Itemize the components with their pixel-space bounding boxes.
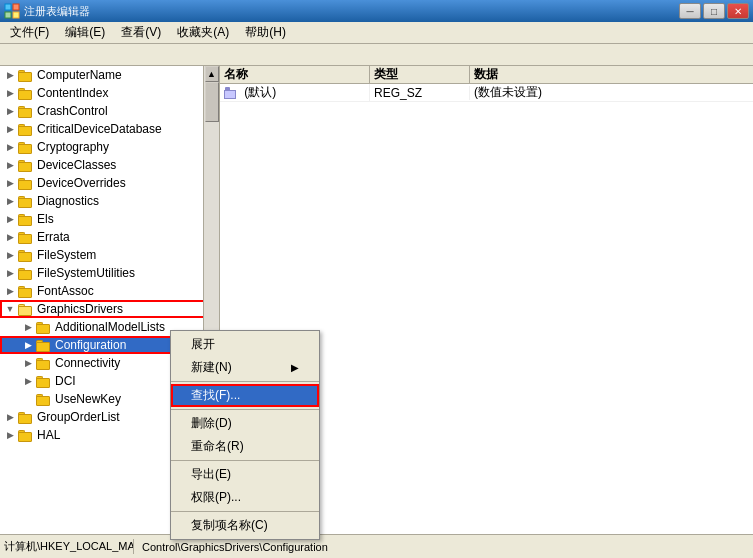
tree-item-fileSystem[interactable]: FileSystem: [0, 246, 219, 264]
folder-icon-contentIndex: [18, 86, 34, 100]
folder-icon-hal: [18, 428, 34, 442]
tree-item-diagnostics[interactable]: Diagnostics: [0, 192, 219, 210]
tree-item-fileSystemUtilities[interactable]: FileSystemUtilities: [0, 264, 219, 282]
tree-label-cryptography: Cryptography: [37, 140, 109, 154]
folder-icon-additionalModelLists: [36, 320, 52, 334]
tree-label-useNewKey: UseNewKey: [55, 392, 121, 406]
status-left: 计算机\HKEY_LOCAL_MACH: [4, 539, 134, 554]
folder-icon-errata: [18, 230, 34, 244]
data-row-default[interactable]: (默认) REG_SZ (数值未设置): [220, 84, 753, 102]
tree-label-deviceClasses: DeviceClasses: [37, 158, 116, 172]
expand-arrow-useNewKey: [22, 393, 34, 405]
expand-arrow-deviceOverrides: [4, 177, 16, 189]
tree-item-criticalDeviceDatabase[interactable]: CriticalDeviceDatabase: [0, 120, 219, 138]
app-icon: [4, 3, 20, 19]
data-value-name: (默认): [244, 85, 276, 99]
col-type: 类型: [370, 66, 470, 83]
scroll-up-button[interactable]: ▲: [205, 66, 219, 82]
ctx-permissions-label: 权限(P)...: [191, 489, 241, 506]
scroll-thumb[interactable]: [205, 82, 219, 122]
folder-icon-deviceClasses: [18, 158, 34, 172]
title-text: 注册表编辑器: [24, 4, 679, 19]
title-bar: 注册表编辑器 ─ □ ✕: [0, 0, 753, 22]
title-bar-buttons: ─ □ ✕: [679, 3, 749, 19]
tree-item-graphicsDrivers[interactable]: GraphicsDrivers: [0, 300, 219, 318]
maximize-button[interactable]: □: [703, 3, 725, 19]
tree-item-cryptography[interactable]: Cryptography: [0, 138, 219, 156]
ctx-sep-2: [171, 409, 319, 410]
ctx-new[interactable]: 新建(N) ▶: [171, 356, 319, 379]
menu-file[interactable]: 文件(F): [2, 22, 57, 43]
expand-arrow-configuration: [22, 339, 34, 351]
ctx-rename[interactable]: 重命名(R): [171, 435, 319, 458]
menu-help[interactable]: 帮助(H): [237, 22, 294, 43]
expand-arrow-groupOrderList: [4, 411, 16, 423]
menu-view[interactable]: 查看(V): [113, 22, 169, 43]
expand-arrow-criticalDeviceDatabase: [4, 123, 16, 135]
tree-label-groupOrderList: GroupOrderList: [37, 410, 120, 424]
tree-item-fontAssoc[interactable]: FontAssoc: [0, 282, 219, 300]
folder-icon-fileSystemUtilities: [18, 266, 34, 280]
folder-icon-useNewKey: [36, 392, 52, 406]
data-cell-default-type: REG_SZ: [370, 86, 470, 100]
ctx-permissions[interactable]: 权限(P)...: [171, 486, 319, 509]
ctx-sep-1: [171, 381, 319, 382]
expand-arrow-fileSystem: [4, 249, 16, 261]
folder-icon-criticalDeviceDatabase: [18, 122, 34, 136]
data-cell-default-data: (数值未设置): [470, 84, 753, 101]
data-cell-default-name: (默认): [220, 84, 370, 101]
ctx-copy-name[interactable]: 复制项名称(C): [171, 514, 319, 537]
tree-item-errata[interactable]: Errata: [0, 228, 219, 246]
status-bar: 计算机\HKEY_LOCAL_MACH Control\GraphicsDriv…: [0, 534, 753, 558]
ctx-export[interactable]: 导出(E): [171, 463, 319, 486]
tree-item-els[interactable]: Els: [0, 210, 219, 228]
close-button[interactable]: ✕: [727, 3, 749, 19]
tree-label-dci: DCI: [55, 374, 76, 388]
ctx-find[interactable]: 查找(F)...: [171, 384, 319, 407]
tree-item-crashControl[interactable]: CrashControl: [0, 102, 219, 120]
ctx-delete-label: 删除(D): [191, 415, 232, 432]
tree-label-criticalDeviceDatabase: CriticalDeviceDatabase: [37, 122, 162, 136]
svg-rect-1: [13, 4, 19, 10]
minimize-button[interactable]: ─: [679, 3, 701, 19]
ctx-find-label: 查找(F)...: [191, 387, 240, 404]
tree-item-deviceClasses[interactable]: DeviceClasses: [0, 156, 219, 174]
tree-label-contentIndex: ContentIndex: [37, 86, 108, 100]
tree-item-deviceOverrides[interactable]: DeviceOverrides: [0, 174, 219, 192]
data-value-icon: [224, 87, 238, 99]
expand-arrow-contentIndex: [4, 87, 16, 99]
expand-arrow-diagnostics: [4, 195, 16, 207]
folder-icon-fileSystem: [18, 248, 34, 262]
ctx-expand[interactable]: 展开: [171, 333, 319, 356]
tree-label-diagnostics: Diagnostics: [37, 194, 99, 208]
svg-rect-3: [13, 12, 19, 18]
tree-label-graphicsDrivers: GraphicsDrivers: [37, 302, 123, 316]
tree-label-hal: HAL: [37, 428, 60, 442]
ctx-sep-4: [171, 511, 319, 512]
folder-icon-connectivity: [36, 356, 52, 370]
tree-item-contentIndex[interactable]: ContentIndex: [0, 84, 219, 102]
ctx-new-arrow: ▶: [291, 362, 299, 373]
main-area: ComputerName ContentIndex CrashControl: [0, 66, 753, 534]
col-data: 数据: [470, 66, 753, 83]
expand-arrow-els: [4, 213, 16, 225]
ctx-delete[interactable]: 删除(D): [171, 412, 319, 435]
tree-label-computerName: ComputerName: [37, 68, 122, 82]
tree-item-computerName[interactable]: ComputerName: [0, 66, 219, 84]
menu-edit[interactable]: 编辑(E): [57, 22, 113, 43]
folder-icon-deviceOverrides: [18, 176, 34, 190]
window: 注册表编辑器 ─ □ ✕ 文件(F) 编辑(E) 查看(V) 收藏夹(A) 帮助…: [0, 0, 753, 558]
expand-arrow-additionalModelLists: [22, 321, 34, 333]
ctx-export-label: 导出(E): [191, 466, 231, 483]
expand-arrow-fileSystemUtilities: [4, 267, 16, 279]
expand-arrow-deviceClasses: [4, 159, 16, 171]
folder-icon-dci: [36, 374, 52, 388]
menu-favorites[interactable]: 收藏夹(A): [169, 22, 237, 43]
context-menu: 展开 新建(N) ▶ 查找(F)... 删除(D) 重命名(R) 导出(E) 权…: [170, 330, 320, 540]
ctx-sep-3: [171, 460, 319, 461]
ctx-expand-label: 展开: [191, 336, 215, 353]
ctx-new-label: 新建(N): [191, 359, 232, 376]
tree-label-els: Els: [37, 212, 54, 226]
expand-arrow-cryptography: [4, 141, 16, 153]
tree-label-crashControl: CrashControl: [37, 104, 108, 118]
